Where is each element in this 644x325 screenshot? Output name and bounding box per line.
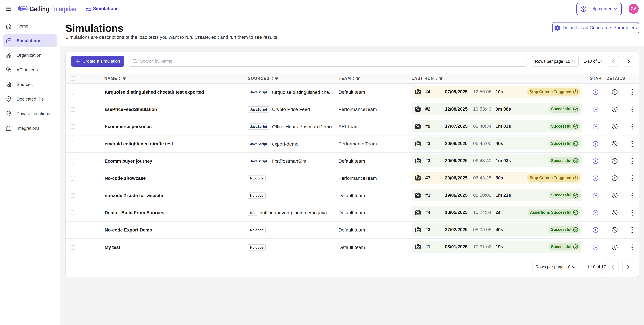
svg-text:IP: IP [8,98,10,99]
